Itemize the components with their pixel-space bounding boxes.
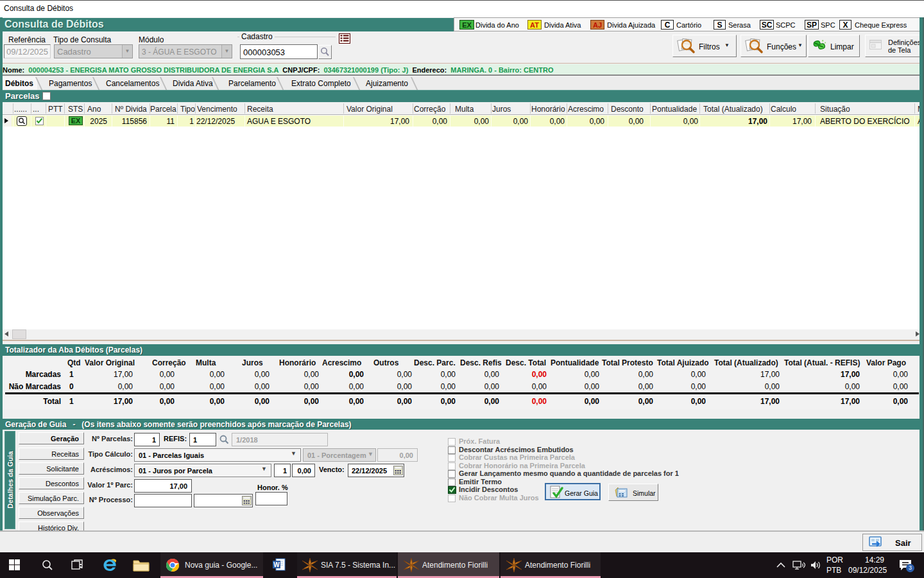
svg-text:W: W <box>273 561 280 568</box>
